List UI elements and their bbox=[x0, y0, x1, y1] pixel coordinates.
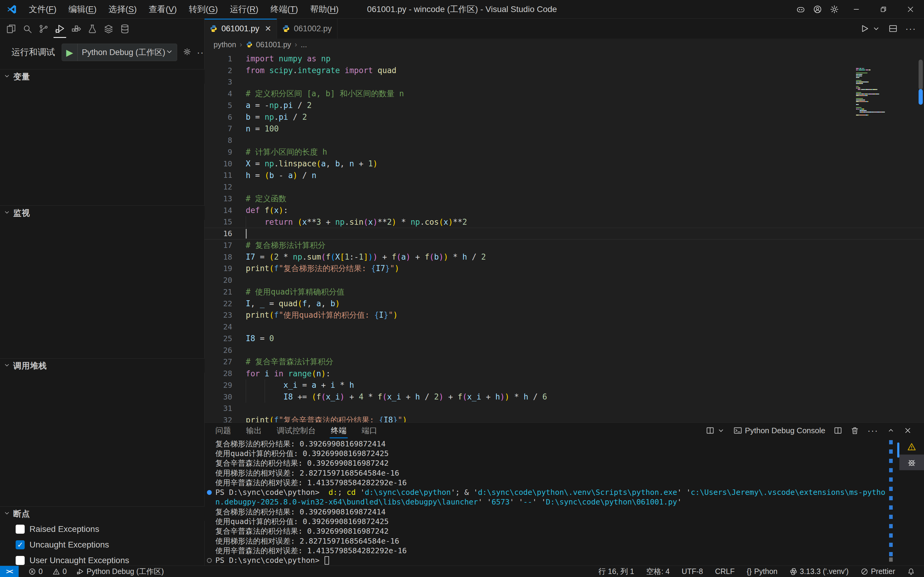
code-line-15[interactable]: 15 return (x**3 + np.sin(x)**2) * np.cos… bbox=[204, 216, 924, 228]
start-debugging-icon[interactable]: ▶ bbox=[62, 44, 77, 61]
panel-tab-输出[interactable]: 输出 bbox=[245, 424, 262, 438]
split-editor-icon[interactable] bbox=[889, 24, 898, 33]
run-and-debug-icon[interactable] bbox=[52, 21, 68, 37]
section-header-4[interactable]: 断点 bbox=[0, 506, 204, 521]
code-line-6[interactable]: 6b = np.pi / 2 bbox=[204, 111, 924, 123]
panel-tab-终端[interactable]: 终端 bbox=[330, 424, 347, 438]
breakpoint-row[interactable]: Raised Exceptions bbox=[0, 522, 204, 537]
account-icon[interactable] bbox=[809, 0, 826, 19]
checkbox[interactable] bbox=[16, 556, 25, 565]
breadcrumb-item[interactable]: 061001.py bbox=[256, 40, 291, 49]
menu-item[interactable]: 终端(T) bbox=[264, 1, 304, 18]
status-warntri[interactable]: 0 bbox=[52, 567, 67, 576]
menu-item[interactable]: 文件(F) bbox=[23, 1, 63, 18]
code-line-1[interactable]: 1import numpy as np bbox=[204, 53, 924, 64]
code-line-30[interactable]: 30 I8 += (f(x_i) + 4 * f(x_i + h / 2) + … bbox=[204, 391, 924, 403]
tab-061001.py[interactable]: 061001.py✕ bbox=[204, 19, 277, 39]
code-editor[interactable]: 1import numpy as np2from scipy.integrate… bbox=[204, 50, 924, 422]
tab-061002.py[interactable]: 061002.py bbox=[277, 19, 338, 39]
menu-item[interactable]: 运行(R) bbox=[224, 1, 264, 18]
minimap[interactable] bbox=[856, 68, 901, 116]
menu-item[interactable]: 转到(G) bbox=[183, 1, 224, 18]
panel-tab-端口[interactable]: 端口 bbox=[361, 424, 378, 438]
python-debug-console-bug-icon[interactable] bbox=[899, 455, 924, 470]
terminal[interactable]: 复合梯形法的积分结果: 0.39269908169872414使用quad计算的… bbox=[204, 439, 896, 565]
code-line-8[interactable]: 8 bbox=[204, 134, 924, 146]
menu-item[interactable]: 帮助(H) bbox=[304, 1, 345, 18]
trash-icon[interactable] bbox=[851, 426, 859, 435]
code-line-22[interactable]: 22I, _ = quad(f, a, b) bbox=[204, 298, 924, 309]
status-prettier[interactable]: Prettier bbox=[861, 567, 895, 576]
status-UTF-8[interactable]: UTF-8 bbox=[682, 567, 703, 576]
settings-gear-icon[interactable] bbox=[826, 0, 843, 19]
panel-tab-调试控制台[interactable]: 调试控制台 bbox=[276, 424, 316, 438]
close-tab-icon[interactable]: ✕ bbox=[265, 24, 271, 34]
explorer-icon[interactable] bbox=[3, 21, 19, 37]
minimize-button[interactable] bbox=[843, 0, 870, 19]
more-actions-icon[interactable]: ··· bbox=[905, 23, 916, 34]
breakpoint-row[interactable]: ✓Uncaught Exceptions bbox=[0, 537, 204, 552]
code-line-10[interactable]: 10X = np.linspace(a, b, n + 1) bbox=[204, 158, 924, 170]
panel-tab-问题[interactable]: 问题 bbox=[215, 424, 232, 438]
command-decoration-icon[interactable] bbox=[207, 490, 212, 495]
checkbox[interactable] bbox=[16, 525, 25, 533]
launch-config-dropdown[interactable]: ▶ Python Debug (工作区) bbox=[62, 44, 177, 61]
section-header-1[interactable]: 变量 bbox=[0, 69, 204, 84]
code-line-4[interactable]: 4# 定义积分区间 [a, b] 和小区间的数量 n bbox=[204, 88, 924, 100]
code-line-28[interactable]: 28for i in range(n): bbox=[204, 367, 924, 379]
menu-item[interactable]: 选择(S) bbox=[103, 1, 143, 18]
copilot-icon[interactable] bbox=[792, 0, 809, 19]
status-CRLF[interactable]: CRLF bbox=[715, 567, 734, 576]
code-line-26[interactable]: 26 bbox=[204, 345, 924, 356]
testing-icon[interactable] bbox=[84, 21, 100, 37]
code-line-3[interactable]: 3 bbox=[204, 76, 924, 88]
command-decoration-icon[interactable] bbox=[207, 558, 212, 563]
terminal-scrollbar[interactable] bbox=[897, 443, 899, 458]
code-line-19[interactable]: 19print(f"复合梯形法的积分结果: {I7}") bbox=[204, 263, 924, 275]
remote-indicator[interactable]: >< bbox=[0, 566, 19, 577]
status-行 16, 列 1[interactable]: 行 16, 列 1 bbox=[598, 566, 634, 576]
database-icon[interactable] bbox=[117, 21, 133, 37]
code-line-23[interactable]: 23print(f"使用quad计算的积分值: {I}") bbox=[204, 309, 924, 321]
status-bell[interactable] bbox=[907, 568, 918, 575]
breadcrumb-item[interactable]: ... bbox=[301, 40, 307, 49]
search-icon[interactable] bbox=[19, 21, 35, 37]
code-line-7[interactable]: 7n = 100 bbox=[204, 123, 924, 135]
status-Python[interactable]: {}Python bbox=[747, 567, 778, 576]
code-line-31[interactable]: 31 bbox=[204, 403, 924, 414]
status-pythonlogo[interactable]: 3.13.3 ('.venv') bbox=[790, 567, 848, 576]
debug-gear-icon[interactable] bbox=[183, 48, 191, 57]
status-debugstat[interactable]: Python Debug (工作区) bbox=[76, 566, 164, 576]
code-line-25[interactable]: 25I8 = 0 bbox=[204, 333, 924, 345]
section-header-3[interactable]: 调用堆栈 bbox=[0, 358, 204, 373]
restore-button[interactable] bbox=[870, 0, 897, 19]
status-空格: 4[interactable]: 空格: 4 bbox=[646, 566, 670, 576]
code-line-5[interactable]: 5a = -np.pi / 2 bbox=[204, 100, 924, 111]
more-icon[interactable]: ··· bbox=[868, 425, 878, 435]
code-line-27[interactable]: 27# 复合辛普森法计算积分 bbox=[204, 356, 924, 368]
layers-icon[interactable] bbox=[100, 21, 117, 37]
code-line-17[interactable]: 17# 复合梯形法计算积分 bbox=[204, 240, 924, 251]
checkbox[interactable]: ✓ bbox=[16, 540, 25, 549]
breadcrumb[interactable]: python›061001.py›... bbox=[204, 39, 924, 50]
active-terminal-label[interactable]: Python Debug Console bbox=[745, 426, 825, 435]
code-line-24[interactable]: 24 bbox=[204, 321, 924, 333]
close-button[interactable] bbox=[897, 0, 924, 19]
code-line-21[interactable]: 21# 使用quad计算精确积分值 bbox=[204, 286, 924, 298]
breadcrumb-item[interactable]: python bbox=[214, 40, 236, 49]
split-terminal-icon[interactable] bbox=[706, 426, 714, 435]
code-line-9[interactable]: 9# 计算小区间的长度 h bbox=[204, 146, 924, 158]
menu-item[interactable]: 查看(V) bbox=[143, 1, 183, 18]
menu-item[interactable]: 编辑(E) bbox=[63, 1, 103, 18]
code-line-12[interactable]: 12 bbox=[204, 181, 924, 193]
code-line-14[interactable]: 14def f(x): bbox=[204, 205, 924, 216]
chevron-down-icon[interactable] bbox=[717, 426, 725, 435]
code-line-32[interactable]: 32print(f"复合辛普森法的积分结果: {I8}") bbox=[204, 414, 924, 422]
code-line-29[interactable]: 29 x_i = a + i * h bbox=[204, 379, 924, 391]
code-line-20[interactable]: 20 bbox=[204, 274, 924, 286]
code-line-11[interactable]: 11h = (b - a) / n bbox=[204, 170, 924, 181]
run-python-file-icon[interactable] bbox=[860, 24, 869, 33]
section-header-2[interactable]: 监视 bbox=[0, 205, 204, 220]
chevron-up-icon[interactable] bbox=[887, 426, 895, 435]
extensions-icon[interactable] bbox=[68, 21, 84, 37]
